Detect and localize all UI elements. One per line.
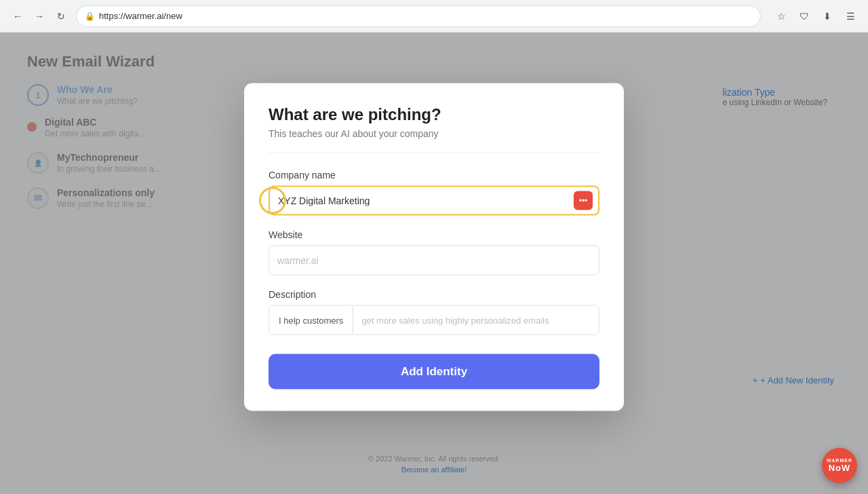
download-button[interactable]: ⬇ bbox=[818, 7, 837, 26]
description-tag: I help customers bbox=[269, 306, 353, 335]
url-text: https://warmer.ai/new bbox=[99, 11, 182, 21]
company-name-wrapper: ••• bbox=[269, 186, 599, 216]
description-label: Description bbox=[269, 289, 599, 300]
browser-actions: ☆ 🛡 ⬇ ☰ bbox=[772, 7, 860, 26]
menu-button[interactable]: ☰ bbox=[841, 7, 860, 26]
browser-chrome: ← → ↻ 🔒 https://warmer.ai/new ☆ 🛡 ⬇ ☰ bbox=[0, 0, 868, 33]
modal-dialog: What are we pitching? This teaches our A… bbox=[244, 83, 624, 411]
company-name-container: ••• bbox=[269, 186, 599, 216]
lock-icon: 🔒 bbox=[85, 12, 95, 21]
nav-buttons: ← → ↻ bbox=[8, 7, 71, 26]
description-row: I help customers bbox=[269, 305, 599, 335]
website-label: Website bbox=[269, 229, 599, 240]
address-bar[interactable]: 🔒 https://warmer.ai/new bbox=[76, 5, 761, 27]
add-identity-button[interactable]: Add Identity bbox=[269, 354, 599, 390]
bookmark-button[interactable]: ☆ bbox=[772, 7, 791, 26]
shield-button[interactable]: 🛡 bbox=[795, 7, 814, 26]
website-group: Website bbox=[269, 229, 599, 276]
company-name-group: Company name ••• bbox=[269, 170, 599, 216]
refresh-button[interactable]: ↻ bbox=[52, 7, 71, 26]
company-name-input[interactable] bbox=[269, 186, 599, 216]
back-button[interactable]: ← bbox=[8, 7, 27, 26]
now-badge-top-text: WARMER bbox=[827, 458, 852, 463]
now-badge[interactable]: WARMER NoW bbox=[822, 448, 857, 483]
now-badge-main-text: NoW bbox=[829, 463, 851, 473]
description-input[interactable] bbox=[353, 306, 599, 335]
company-name-action-button[interactable]: ••• bbox=[574, 191, 593, 210]
modal-title: What are we pitching? bbox=[269, 105, 599, 124]
website-input[interactable] bbox=[269, 246, 599, 276]
forward-button[interactable]: → bbox=[30, 7, 49, 26]
modal-subtitle: This teaches our AI about your company bbox=[269, 128, 599, 153]
company-name-label: Company name bbox=[269, 170, 599, 180]
dots-icon: ••• bbox=[579, 196, 588, 206]
description-group: Description I help customers bbox=[269, 289, 599, 335]
